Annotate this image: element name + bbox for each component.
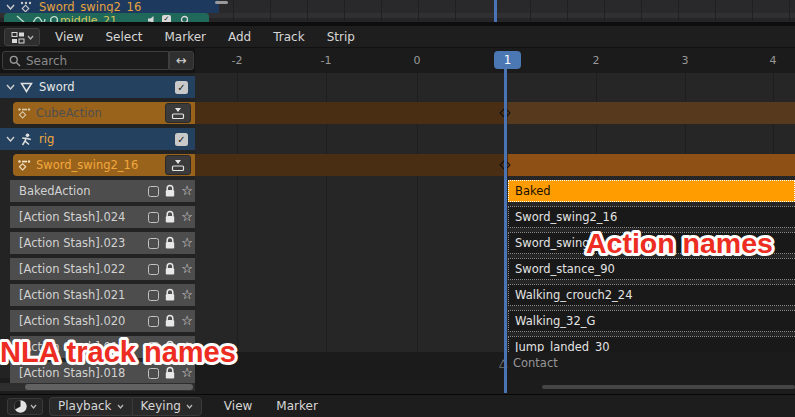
filter-expand-button[interactable]: ↔ bbox=[169, 51, 194, 70]
fcurve-slash-icon bbox=[16, 15, 28, 22]
nla-track-row[interactable]: [Action Stash].022 ☆ bbox=[10, 258, 195, 280]
chevron-down-icon[interactable] bbox=[6, 4, 15, 10]
track-row-object-rig[interactable]: rig ✓ bbox=[0, 128, 195, 150]
nla-track-row[interactable]: [Action Stash].024 ☆ bbox=[10, 206, 195, 228]
nla-track-label: [Action Stash].023 bbox=[19, 236, 125, 250]
push-down-button[interactable] bbox=[165, 155, 191, 175]
blender-window: Sword_swing2_16 middle_21 ✓ View Select … bbox=[0, 0, 795, 417]
checkbox-empty-icon[interactable] bbox=[148, 342, 159, 353]
keying-dropdown[interactable]: Keying bbox=[132, 397, 202, 416]
menu-track[interactable]: Track bbox=[262, 30, 315, 44]
action-row-sword-swing[interactable]: Sword_swing2_16 bbox=[13, 154, 195, 176]
marker-bar: △ Contact bbox=[195, 352, 795, 378]
lock-icon[interactable] bbox=[164, 340, 176, 354]
menu-select[interactable]: Select bbox=[94, 30, 153, 44]
chevron-down-icon[interactable] bbox=[6, 136, 15, 142]
marker-name: Contact bbox=[513, 356, 558, 370]
nla-track-row[interactable]: [Action Stash].018 ☆ bbox=[10, 362, 195, 384]
clock-icon bbox=[13, 399, 28, 414]
keying-label: Keying bbox=[141, 399, 181, 413]
menu-strip[interactable]: Strip bbox=[316, 30, 366, 44]
ruler-tick: 0 bbox=[414, 54, 421, 67]
nla-track-row[interactable]: [Action Stash].019 ☆ bbox=[10, 336, 195, 358]
chevron-down-icon bbox=[117, 404, 124, 409]
star-icon[interactable]: ☆ bbox=[181, 365, 193, 380]
playhead[interactable] bbox=[504, 69, 507, 393]
nla-track-label: [Action Stash].021 bbox=[19, 288, 125, 302]
nla-track-label: [Action Stash].019 bbox=[19, 340, 125, 354]
checkbox-empty-icon[interactable] bbox=[148, 316, 159, 327]
playback-dropdown[interactable]: Playback bbox=[49, 397, 132, 416]
nla-strip[interactable]: Sword_swing bbox=[508, 232, 795, 254]
checkbox-empty-icon[interactable] bbox=[148, 290, 159, 301]
star-icon[interactable]: ☆ bbox=[181, 287, 193, 302]
action-icon bbox=[20, 1, 33, 12]
star-icon[interactable]: ☆ bbox=[181, 209, 193, 224]
action-icon bbox=[17, 107, 31, 119]
search-placeholder: Search bbox=[26, 54, 67, 68]
nla-strip[interactable]: Walking_crouch2_24 bbox=[508, 284, 795, 306]
menu-view-timeline[interactable]: View bbox=[212, 399, 264, 413]
menu-view[interactable]: View bbox=[44, 30, 94, 44]
checkbox-empty-icon[interactable] bbox=[148, 264, 159, 275]
nla-strip-baked[interactable]: Baked bbox=[508, 180, 795, 202]
action-label: CubeAction bbox=[36, 106, 102, 120]
checkbox-checked-icon[interactable]: ✓ bbox=[175, 133, 188, 146]
checkbox-empty-icon[interactable] bbox=[148, 368, 159, 379]
nla-track-row[interactable]: [Action Stash].023 ☆ bbox=[10, 232, 195, 254]
horizontal-arrows-icon: ↔ bbox=[176, 53, 187, 68]
lock-icon[interactable] bbox=[164, 262, 176, 276]
menu-add[interactable]: Add bbox=[217, 30, 262, 44]
search-input[interactable]: Search bbox=[2, 51, 169, 70]
checkbox-checked-icon[interactable]: ✓ bbox=[162, 15, 171, 22]
push-down-button[interactable] bbox=[165, 103, 191, 123]
star-icon[interactable]: ☆ bbox=[181, 183, 193, 198]
nla-track-label: [Action Stash].018 bbox=[19, 366, 125, 380]
menu-marker[interactable]: Marker bbox=[154, 30, 217, 44]
magnifier-icon[interactable] bbox=[180, 15, 191, 22]
nla-track-row[interactable]: BakedAction ☆ bbox=[10, 180, 195, 202]
lock-icon[interactable] bbox=[164, 236, 176, 250]
lock-icon[interactable] bbox=[164, 366, 176, 380]
hscrollbar-thumb[interactable] bbox=[542, 385, 795, 389]
star-icon[interactable]: ☆ bbox=[181, 261, 193, 276]
nla-track-label: [Action Stash].024 bbox=[19, 210, 125, 224]
playhead-top-editor[interactable] bbox=[494, 0, 497, 22]
star-icon[interactable]: ☆ bbox=[181, 339, 193, 354]
star-icon[interactable]: ☆ bbox=[181, 235, 193, 250]
speaker-icon[interactable] bbox=[147, 15, 157, 22]
nla-track-row[interactable]: [Action Stash].021 ☆ bbox=[10, 284, 195, 306]
editor-type-button[interactable] bbox=[4, 28, 40, 46]
checkbox-empty-icon[interactable] bbox=[148, 186, 159, 197]
nla-strip[interactable]: Walking_32_G bbox=[508, 310, 795, 332]
track-row-object-sword[interactable]: Sword ✓ bbox=[0, 76, 195, 98]
current-frame-badge[interactable]: 1 bbox=[494, 51, 521, 69]
chevron-down-icon[interactable] bbox=[6, 84, 15, 90]
dopesheet-subchannel-row[interactable]: middle_21 ✓ bbox=[4, 13, 209, 22]
menu-marker-timeline[interactable]: Marker bbox=[264, 399, 329, 413]
lock-icon[interactable] bbox=[164, 184, 176, 198]
checkbox-empty-icon[interactable] bbox=[148, 212, 159, 223]
ruler-tick: 3 bbox=[682, 54, 689, 67]
lock-icon[interactable] bbox=[164, 314, 176, 328]
star-icon[interactable]: ☆ bbox=[181, 313, 193, 328]
action-row-cubeaction[interactable]: CubeAction bbox=[13, 102, 195, 124]
checkbox-empty-icon[interactable] bbox=[148, 238, 159, 249]
nla-strip[interactable]: Sword_swing2_16 bbox=[508, 206, 795, 228]
lock-icon[interactable] bbox=[164, 210, 176, 224]
dopesheet-channel-row[interactable]: Sword_swing2_16 bbox=[0, 0, 219, 13]
hscrollbar-thumb[interactable] bbox=[25, 384, 193, 390]
checkbox-checked-icon[interactable]: ✓ bbox=[175, 81, 188, 94]
timeline-editor-type-button[interactable] bbox=[7, 398, 43, 415]
action-band-rig-right bbox=[508, 154, 795, 176]
nla-strip[interactable]: Sword_stance_90 bbox=[508, 258, 795, 280]
chevron-down-icon bbox=[186, 404, 193, 409]
scrollbar-fragment[interactable] bbox=[215, 1, 228, 4]
mesh-object-icon bbox=[20, 82, 33, 93]
ruler-tick: 2 bbox=[593, 54, 600, 67]
action-band-cube-right bbox=[508, 102, 795, 124]
lock-icon[interactable] bbox=[164, 288, 176, 302]
chevron-down-icon bbox=[30, 404, 37, 409]
nla-menubar: View Select Marker Add Track Strip bbox=[44, 26, 366, 48]
nla-track-row[interactable]: [Action Stash].020 ☆ bbox=[10, 310, 195, 332]
